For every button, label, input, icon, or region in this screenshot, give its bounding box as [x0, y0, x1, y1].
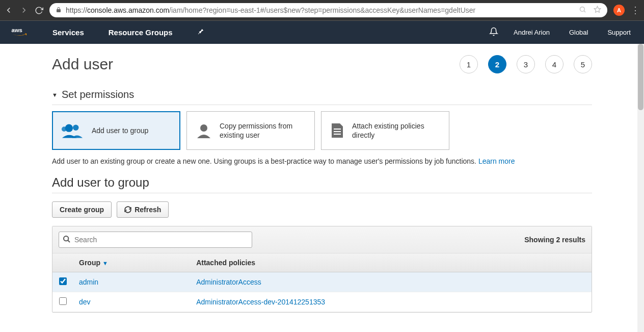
- col-checkbox: [52, 253, 73, 272]
- policy-link[interactable]: AdministratorAccess: [196, 278, 261, 286]
- svg-point-7: [200, 124, 207, 132]
- create-group-button[interactable]: Create group: [52, 201, 112, 218]
- zoom-icon[interactable]: [579, 6, 586, 15]
- table-row[interactable]: dev AdministratorAccess-dev-201412251353: [52, 292, 592, 312]
- policy-link[interactable]: AdministratorAccess-dev-201412251353: [196, 298, 325, 306]
- browser-chrome: https://console.aws.amazon.com/iam/home?…: [0, 0, 644, 21]
- nav-resource-groups[interactable]: Resource Groups: [109, 28, 173, 37]
- forward-button[interactable]: [19, 6, 29, 15]
- page-content: Add user 1 2 3 4 5 ▼ Set permissions Add…: [52, 44, 592, 332]
- step-3[interactable]: 3: [517, 55, 535, 73]
- card-label: Copy permissions from existing user: [220, 121, 306, 140]
- sort-caret-icon: ▼: [102, 260, 108, 266]
- nav-user[interactable]: Andrei Arion: [514, 29, 550, 36]
- section-title-text: Set permissions: [62, 89, 134, 100]
- col-group[interactable]: Group▼: [73, 253, 190, 272]
- scrollbar[interactable]: [637, 44, 644, 332]
- svg-marker-2: [594, 6, 601, 12]
- profile-avatar[interactable]: A: [613, 5, 625, 16]
- group-link[interactable]: admin: [79, 278, 98, 286]
- svg-rect-9: [334, 131, 341, 132]
- card-add-to-group[interactable]: Add user to group: [52, 111, 180, 150]
- back-button[interactable]: [4, 6, 13, 15]
- nav-region[interactable]: Global: [569, 29, 588, 36]
- svg-rect-8: [334, 129, 341, 130]
- aws-top-nav: aws Services Resource Groups Andrei Ario…: [0, 21, 644, 44]
- search-box: [59, 232, 252, 248]
- row-checkbox[interactable]: [59, 277, 67, 285]
- page-title: Add user: [52, 56, 113, 73]
- step-indicator: 1 2 3 4 5: [460, 55, 592, 73]
- url-text: https://console.aws.amazon.com/iam/home?…: [66, 6, 475, 14]
- section-title: ▼ Set permissions: [52, 89, 592, 105]
- url-bar[interactable]: https://console.aws.amazon.com/iam/home?…: [49, 3, 607, 17]
- row-checkbox[interactable]: [59, 297, 67, 305]
- search-icon: [63, 235, 71, 245]
- search-input[interactable]: [59, 232, 252, 248]
- lock-icon: [56, 7, 62, 14]
- card-label: Attach existing policies directly: [352, 121, 441, 140]
- refresh-button[interactable]: Refresh: [117, 201, 169, 218]
- caret-down-icon[interactable]: ▼: [52, 92, 58, 98]
- step-1[interactable]: 1: [460, 55, 478, 73]
- learn-more-link[interactable]: Learn more: [478, 157, 515, 165]
- helper-text: Add user to an existing group or create …: [52, 157, 592, 165]
- card-attach-policies[interactable]: Attach existing policies directly: [321, 111, 449, 150]
- refresh-icon: [124, 206, 131, 213]
- svg-line-1: [584, 11, 585, 12]
- scrollbar-thumb[interactable]: [638, 44, 643, 110]
- card-copy-existing[interactable]: Copy permissions from existing user: [186, 111, 315, 150]
- table-row[interactable]: admin AdministratorAccess: [52, 272, 592, 292]
- aws-logo[interactable]: aws: [10, 27, 33, 39]
- svg-point-0: [580, 7, 585, 12]
- svg-point-11: [64, 236, 68, 241]
- nav-support[interactable]: Support: [607, 29, 631, 36]
- refresh-label: Refresh: [135, 206, 161, 214]
- subsection-title: Add user to group: [52, 175, 592, 193]
- pin-icon[interactable]: [197, 28, 204, 37]
- step-5[interactable]: 5: [574, 55, 592, 73]
- step-2[interactable]: 2: [488, 55, 506, 73]
- card-label: Add user to group: [92, 126, 148, 135]
- reload-button[interactable]: [35, 6, 43, 15]
- svg-text:aws: aws: [12, 27, 22, 33]
- browser-menu-icon[interactable]: ⋮: [631, 5, 640, 16]
- svg-point-6: [62, 126, 67, 132]
- nav-services[interactable]: Services: [52, 28, 84, 37]
- svg-point-5: [73, 125, 79, 131]
- group-link[interactable]: dev: [79, 298, 91, 306]
- groups-table: Showing 2 results Group▼ Attached polici…: [52, 226, 592, 313]
- notifications-icon[interactable]: [489, 27, 498, 38]
- col-policies[interactable]: Attached policies: [190, 253, 592, 272]
- step-4[interactable]: 4: [545, 55, 564, 73]
- star-icon[interactable]: [594, 6, 601, 15]
- svg-line-12: [68, 240, 70, 242]
- svg-rect-10: [334, 134, 341, 135]
- results-count: Showing 2 results: [524, 236, 585, 244]
